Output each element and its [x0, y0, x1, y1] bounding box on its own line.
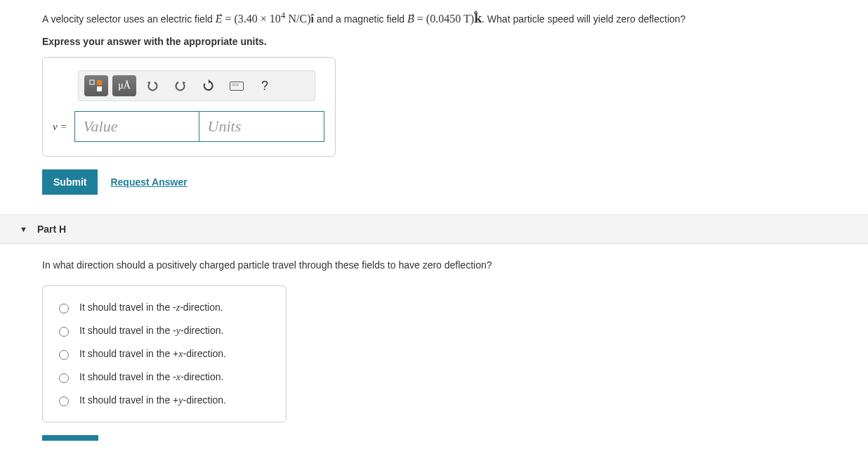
radio-pos-y[interactable] — [59, 396, 69, 406]
template-icon[interactable] — [84, 75, 108, 96]
equation-toolbar: μÅ ? — [78, 70, 315, 101]
part-h-question: In what direction should a positively ch… — [42, 258, 868, 273]
cutoff-submit-button[interactable] — [42, 435, 98, 441]
option-neg-x[interactable]: It should travel in the -x-direction. — [55, 366, 273, 389]
option-pos-x[interactable]: It should travel in the +x-direction. — [55, 342, 273, 366]
q-prefix: A velocity selector uses an electric fie… — [42, 13, 216, 25]
radio-neg-x[interactable] — [59, 373, 69, 383]
radio-pos-x[interactable] — [59, 350, 69, 360]
option-neg-y[interactable]: It should travel in the -y-direction. — [55, 319, 273, 342]
svg-rect-2 — [97, 86, 102, 91]
question-text: A velocity selector uses an electric fie… — [42, 8, 868, 27]
option-pos-y[interactable]: It should travel in the +y-direction. — [55, 389, 273, 412]
help-icon[interactable]: ? — [253, 75, 277, 96]
value-input[interactable] — [74, 111, 199, 142]
undo-icon[interactable] — [140, 75, 164, 96]
keyboard-icon[interactable] — [225, 75, 249, 96]
instruction-text: Express your answer with the appropriate… — [42, 36, 868, 47]
b-field-expr: B⃗ = (0.0450 T)k̂ — [407, 13, 482, 25]
redo-icon[interactable] — [169, 75, 192, 96]
reset-icon[interactable] — [197, 75, 221, 96]
options-box: It should travel in the -z-direction. It… — [42, 285, 287, 422]
radio-neg-z[interactable] — [59, 304, 69, 313]
part-h-header[interactable]: ▼ Part H — [0, 214, 868, 244]
answer-input-row: v = — [53, 111, 325, 142]
request-answer-link[interactable]: Request Answer — [110, 176, 187, 188]
svg-rect-0 — [90, 80, 94, 84]
answer-input-box: μÅ ? v = — [42, 57, 336, 157]
e-field-expr: E⃗ = (3.40 × 104 N/C)î — [216, 13, 314, 25]
units-icon[interactable]: μÅ — [112, 75, 136, 96]
collapse-caret-icon: ▼ — [20, 225, 27, 233]
part-h-label: Part H — [37, 224, 66, 235]
q-mid: and a magnetic field — [317, 13, 407, 25]
variable-label: v = — [53, 121, 67, 133]
submit-button[interactable]: Submit — [42, 169, 98, 195]
option-neg-z[interactable]: It should travel in the -z-direction. — [55, 296, 273, 319]
submit-row: Submit Request Answer — [42, 169, 868, 195]
svg-rect-1 — [97, 80, 102, 85]
units-input[interactable] — [199, 111, 324, 142]
q-suffix: . What particle speed will yield zero de… — [482, 13, 685, 25]
radio-neg-y[interactable] — [59, 327, 69, 337]
